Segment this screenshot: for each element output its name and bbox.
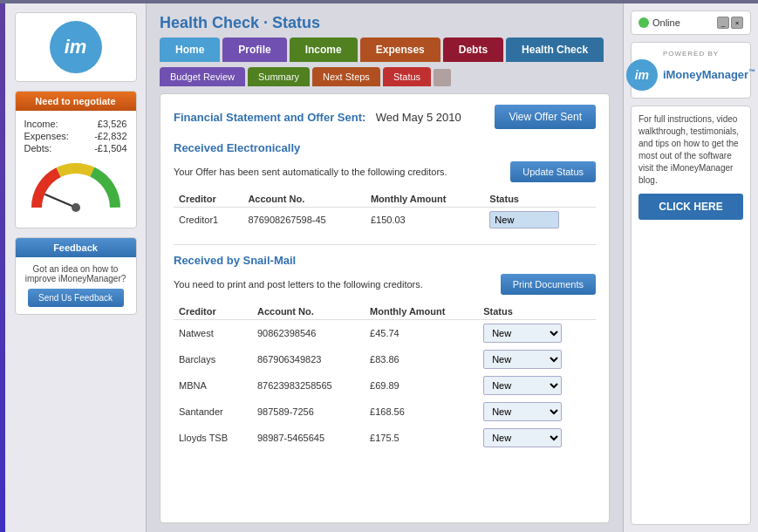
amount-mail-3: £168.56 bbox=[365, 399, 478, 425]
table-row: Barclays 867906349823 £83.86 New Accepte… bbox=[174, 346, 596, 372]
snailmail-creditor-table: Creditor Account No. Monthly Amount Stat… bbox=[174, 304, 596, 451]
col-creditor-mail: Creditor bbox=[174, 304, 252, 320]
status-mail-4[interactable]: New Accepted Rejected Pending bbox=[478, 425, 596, 451]
online-status-box: Online _ × bbox=[631, 10, 751, 35]
account-no-elec: 876908267598-45 bbox=[242, 208, 365, 233]
snailmail-section-title: Received by Snail-Mail bbox=[174, 254, 596, 267]
amount-mail-2: £69.89 bbox=[365, 372, 478, 399]
minimize-button[interactable]: _ bbox=[717, 17, 729, 29]
sub-tab-budget-review[interactable]: Budget Review bbox=[160, 67, 245, 86]
left-sidebar: im Need to negotiate Income: £3,526 Expe… bbox=[5, 3, 147, 532]
table-row: Santander 987589-7256 £168.56 New Accept… bbox=[174, 399, 596, 425]
update-status-button[interactable]: Update Status bbox=[510, 161, 596, 182]
table-row: Natwest 90862398546 £45.74 New Accepted … bbox=[174, 320, 596, 347]
right-sidebar: Online _ × POWERED BY im iMoneyManager™ bbox=[623, 3, 758, 532]
page-title: Health Check · Status bbox=[147, 3, 623, 38]
status-select-mail-0[interactable]: New Accepted Rejected Pending bbox=[483, 324, 562, 343]
status-select-mail-3[interactable]: New Accepted Rejected Pending bbox=[483, 402, 562, 421]
sub-tab-summary[interactable]: Summary bbox=[248, 67, 310, 86]
table-row: Lloyds TSB 98987-5465645 £175.5 New Acce… bbox=[174, 425, 596, 451]
status-mail-3[interactable]: New Accepted Rejected Pending bbox=[478, 399, 596, 425]
status-mail-1[interactable]: New Accepted Rejected Pending bbox=[478, 346, 596, 372]
amount-mail-4: £175.5 bbox=[365, 425, 478, 451]
info-text: For full instructions, video walkthrough… bbox=[638, 114, 739, 185]
col-status-elec: Status bbox=[484, 191, 596, 208]
section-divider bbox=[174, 244, 596, 245]
imoneymanager-box: POWERED BY im iMoneyManager™ bbox=[631, 42, 751, 99]
financial-statement-row: Financial Statement and Offer Sent: Wed … bbox=[174, 105, 596, 129]
feedback-text: Got an idea on how to improve iMoneyMana… bbox=[16, 264, 136, 289]
status-select-mail-1[interactable]: New Accepted Rejected Pending bbox=[483, 350, 562, 369]
financial-statement-label: Financial Statement and Offer Sent: bbox=[174, 111, 365, 124]
tab-profile[interactable]: Profile bbox=[222, 38, 286, 62]
click-here-button[interactable]: CLICK HERE bbox=[638, 194, 743, 220]
online-dot-icon bbox=[638, 17, 649, 28]
feedback-button[interactable]: Send Us Feedback bbox=[28, 289, 124, 307]
status-elec[interactable] bbox=[484, 208, 596, 233]
creditor-name-elec: Creditor1 bbox=[174, 208, 242, 233]
tab-home[interactable]: Home bbox=[160, 38, 220, 62]
status-select-mail-2[interactable]: New Accepted Rejected Pending bbox=[483, 376, 562, 395]
close-button[interactable]: × bbox=[731, 17, 743, 29]
info-box: For full instructions, video walkthrough… bbox=[631, 106, 751, 525]
account-no-mail-2: 87623983258565 bbox=[252, 372, 365, 399]
amount-mail-0: £45.74 bbox=[365, 320, 478, 347]
sub-tab-corner-icon bbox=[434, 69, 451, 86]
sub-nav: Budget Review Summary Next Steps Status bbox=[147, 67, 623, 86]
account-no-mail-1: 867906349823 bbox=[252, 346, 365, 372]
feedback-box: Feedback Got an idea on how to improve i… bbox=[15, 237, 137, 315]
col-amount-elec: Monthly Amount bbox=[365, 191, 484, 208]
financial-statement-info: Financial Statement and Offer Sent: Wed … bbox=[174, 111, 461, 124]
debts-row: Debts: -£1,504 bbox=[16, 142, 136, 154]
logo-circle: im bbox=[50, 21, 102, 73]
feedback-header: Feedback bbox=[16, 238, 136, 257]
gauge-icon bbox=[28, 160, 124, 221]
creditor-name-mail-0: Natwest bbox=[174, 320, 252, 347]
creditor-name-mail-3: Santander bbox=[174, 399, 252, 425]
negotiate-header: Need to negotiate bbox=[16, 92, 136, 111]
window-controls: _ × bbox=[717, 17, 743, 29]
electronic-creditor-table: Creditor Account No. Monthly Amount Stat… bbox=[174, 191, 596, 232]
electronic-section-title: Received Electronically bbox=[174, 141, 596, 154]
tab-debts[interactable]: Debts bbox=[443, 38, 503, 62]
tab-healthcheck[interactable]: Health Check bbox=[506, 38, 604, 62]
tab-income[interactable]: Income bbox=[290, 38, 358, 62]
col-account-elec: Account No. bbox=[242, 191, 365, 208]
table-row: Creditor1 876908267598-45 £150.03 bbox=[174, 208, 596, 233]
sub-tab-next-steps[interactable]: Next Steps bbox=[312, 67, 380, 86]
tab-expenses[interactable]: Expenses bbox=[360, 38, 440, 62]
creditor-name-mail-1: Barclays bbox=[174, 346, 252, 372]
expenses-row: Expenses: -£2,832 bbox=[16, 130, 136, 142]
status-mail-0[interactable]: New Accepted Rejected Pending bbox=[478, 320, 596, 347]
imm-name: iMoneyManager™ bbox=[663, 69, 755, 82]
amount-elec: £150.03 bbox=[365, 208, 484, 233]
col-account-mail: Account No. bbox=[252, 304, 365, 320]
creditor-name-mail-2: MBNA bbox=[174, 372, 252, 399]
print-documents-button[interactable]: Print Documents bbox=[501, 274, 596, 295]
status-input-elec[interactable] bbox=[489, 211, 559, 228]
main-panel: Financial Statement and Offer Sent: Wed … bbox=[160, 93, 610, 523]
online-text: Online bbox=[652, 17, 680, 28]
nav-tabs: Home Profile Income Expenses Debts Healt… bbox=[147, 38, 623, 62]
amount-mail-1: £83.86 bbox=[365, 346, 478, 372]
online-indicator: Online bbox=[638, 17, 680, 28]
center-content: Health Check · Status Home Profile Incom… bbox=[147, 3, 623, 532]
status-mail-2[interactable]: New Accepted Rejected Pending bbox=[478, 372, 596, 399]
table-row: MBNA 87623983258565 £69.89 New Accepted … bbox=[174, 372, 596, 399]
income-row: Income: £3,526 bbox=[16, 118, 136, 130]
account-no-mail-0: 90862398546 bbox=[252, 320, 365, 347]
sub-tab-status[interactable]: Status bbox=[383, 67, 431, 86]
col-status-mail: Status bbox=[478, 304, 596, 320]
imm-logo: im iMoneyManager™ bbox=[626, 59, 755, 91]
snailmail-section-description: You need to print and post letters to th… bbox=[174, 274, 596, 295]
electronic-section-description: Your Offer has been sent automatically t… bbox=[174, 161, 596, 182]
negotiate-box: Need to negotiate Income: £3,526 Expense… bbox=[15, 91, 137, 228]
status-select-mail-4[interactable]: New Accepted Rejected Pending bbox=[483, 428, 562, 447]
imm-logo-circle: im bbox=[626, 59, 658, 91]
powered-by-label: POWERED BY bbox=[663, 50, 719, 58]
creditor-name-mail-4: Lloyds TSB bbox=[174, 425, 252, 451]
view-offer-button[interactable]: View Offer Sent bbox=[495, 105, 596, 129]
financial-statement-date: Wed May 5 2010 bbox=[376, 111, 461, 124]
account-no-mail-4: 98987-5465645 bbox=[252, 425, 365, 451]
svg-line-4 bbox=[45, 194, 76, 208]
